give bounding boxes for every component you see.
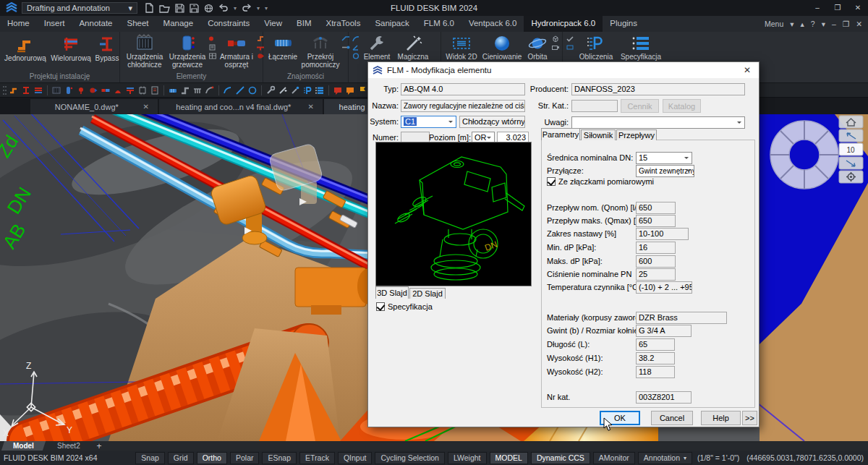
tag-small-icon[interactable] xyxy=(566,44,574,51)
statusbar-toggle-esnap[interactable]: ESnap xyxy=(262,452,297,464)
manifold-mini-icon[interactable] xyxy=(192,85,203,95)
multi-pipe-mini-icon[interactable] xyxy=(33,85,43,95)
new-file-icon[interactable] xyxy=(145,3,154,13)
tab-annotate[interactable]: Annotate xyxy=(72,16,119,32)
add-layout-button[interactable]: + xyxy=(90,441,109,451)
tab-flm[interactable]: FLM 6.0 xyxy=(417,16,461,32)
help-button[interactable]: Help xyxy=(701,411,741,425)
camera-small-icon[interactable] xyxy=(551,44,560,51)
tab-sheet[interactable]: Sheet xyxy=(120,16,156,32)
publish-icon[interactable] xyxy=(204,4,213,13)
chip-mini-icon[interactable] xyxy=(137,85,148,95)
doc-close-icon[interactable]: ✕ xyxy=(856,20,862,28)
open-file-icon[interactable] xyxy=(159,4,170,13)
probe-mini-icon[interactable] xyxy=(290,85,300,95)
redline-mini-icon[interactable] xyxy=(333,85,343,95)
save-as-icon[interactable] xyxy=(190,4,199,13)
statusbar-toggle-amonitor[interactable]: AMonitor xyxy=(593,452,635,464)
pipe-corner-mini-icon[interactable] xyxy=(180,85,190,95)
preview-tab-2d[interactable]: 2D Slajd xyxy=(409,288,446,299)
tab-hydronicpack[interactable]: Hydronicpack 6.0 xyxy=(524,16,603,32)
help-icon[interactable]: ? xyxy=(811,20,815,28)
single-pipe-button[interactable]: Jednorurową xyxy=(2,33,48,72)
minimize-button[interactable]: – xyxy=(807,0,827,16)
strkat-field[interactable] xyxy=(571,100,618,112)
ok-button[interactable]: OK xyxy=(600,411,640,425)
cooling-mini-icon[interactable] xyxy=(51,85,61,95)
statusbar-toggle-qinput[interactable]: QInput xyxy=(338,452,373,464)
doc-minimize-icon[interactable]: – xyxy=(832,20,836,28)
system-combo[interactable]: C1 xyxy=(401,116,456,128)
doc-restore-icon[interactable]: ❐ xyxy=(843,20,849,28)
valve-mini-icon[interactable] xyxy=(76,85,86,95)
toolbar-options-icon[interactable]: ▾ xyxy=(265,5,268,12)
statusbar-toggle-cycling[interactable]: Cycling Selection xyxy=(375,452,445,464)
menu-dropdown-icon[interactable]: ▾ xyxy=(790,20,793,28)
single-pipe-mini-icon[interactable] xyxy=(9,85,19,95)
bypass-mini-icon[interactable] xyxy=(21,85,31,95)
przylacze-combo[interactable]: Gwint zewnętrzny xyxy=(636,165,694,177)
heater-mini-icon[interactable] xyxy=(64,85,74,95)
undo-icon[interactable] xyxy=(218,4,229,12)
aux-section-button[interactable]: Przekrój pomocniczy xyxy=(300,33,341,72)
statusbar-toggle-model[interactable]: MODEL xyxy=(490,452,528,464)
drawing-tab-noname[interactable]: NONAME_0.dwg* ✕ xyxy=(30,99,158,114)
boiler-mini-icon[interactable] xyxy=(113,85,123,95)
tab-bim[interactable]: BIM xyxy=(289,16,318,32)
layout-tab-model[interactable]: Model xyxy=(1,441,46,451)
line-blue-mini-icon[interactable] xyxy=(235,85,245,95)
uwagi-combo[interactable] xyxy=(571,116,745,129)
tab-close-icon[interactable]: ✕ xyxy=(308,103,314,111)
redo-icon[interactable] xyxy=(242,4,252,12)
tab-view[interactable]: View xyxy=(257,16,289,32)
connect-button[interactable]: Łączenie xyxy=(265,33,300,72)
clipboard-small-icon[interactable] xyxy=(208,44,217,51)
drawing-tab-final[interactable]: heating and coo...n v4 final.dwg* ✕ xyxy=(159,99,323,114)
tab-ventpack[interactable]: Ventpack 6.0 xyxy=(461,16,524,32)
doc-mini-icon[interactable] xyxy=(150,85,160,95)
bypass-button[interactable]: Bypass xyxy=(93,33,121,72)
redo-dropdown-icon[interactable]: ▾ xyxy=(257,5,260,12)
arc-tool-mini-icon[interactable] xyxy=(205,85,215,95)
tab-constraints[interactable]: Constraints xyxy=(200,16,257,32)
statusbar-toggle-dynamic-ccs[interactable]: Dynamic CCS xyxy=(531,452,590,464)
tab-home[interactable]: Home xyxy=(0,16,37,32)
circle-blue-mini-icon[interactable] xyxy=(247,85,258,95)
check-small-icon[interactable] xyxy=(566,35,574,42)
tab-sanipack[interactable]: Sanipack xyxy=(367,16,416,32)
dn-combo[interactable]: 15 xyxy=(636,152,692,164)
tab-close-icon[interactable]: ✕ xyxy=(143,103,149,111)
layout-tab-sheet2[interactable]: Sheet2 xyxy=(46,441,92,451)
markup-mini-icon[interactable] xyxy=(345,85,355,95)
fittings-button[interactable]: Armatura i osprzęt xyxy=(218,33,255,72)
circle-small-icon[interactable] xyxy=(352,53,360,59)
tab-plugins[interactable]: Plugins xyxy=(603,16,644,32)
tab-manage[interactable]: Manage xyxy=(156,16,201,32)
undo-dropdown-icon[interactable]: ▾ xyxy=(234,5,237,12)
cube-small-icon[interactable] xyxy=(551,35,560,42)
tab-przeplywy[interactable]: Przepływy xyxy=(616,129,657,140)
grip-handle-icon[interactable] xyxy=(2,85,7,95)
zlaczki-checkbox[interactable]: Ze złączkami pomiarowymi xyxy=(547,176,654,187)
tab-xtratools[interactable]: XtraTools xyxy=(318,16,367,32)
statusbar-toggle-polar[interactable]: Polar xyxy=(230,452,260,464)
element-preview[interactable]: DN xyxy=(375,142,532,286)
spec-mini-icon[interactable] xyxy=(315,85,325,95)
restore-button[interactable]: ❐ xyxy=(827,0,848,16)
arc-small-icon[interactable] xyxy=(352,35,360,42)
tab-parametry[interactable]: Parametry xyxy=(541,128,580,140)
statusbar-toggle-snap[interactable]: Snap xyxy=(135,452,165,464)
table-small-icon[interactable] xyxy=(208,53,217,59)
specyfikacja-checkbox[interactable]: Specyfikacja xyxy=(376,302,433,312)
multi-pipe-button[interactable]: Wielorurową xyxy=(48,33,93,72)
cylinder-mini-icon[interactable] xyxy=(168,85,178,95)
katalog-button[interactable]: Katalog xyxy=(663,99,701,113)
wand-mini-icon[interactable] xyxy=(278,85,288,95)
dialog-titlebar[interactable]: FLM - Modyfikacja elementu ✕ xyxy=(368,62,759,78)
wrench-mini-icon[interactable] xyxy=(265,85,276,95)
statusbar-toggle-etrack[interactable]: ETrack xyxy=(299,452,335,464)
fitting-mini-icon[interactable] xyxy=(101,85,111,95)
calc-mini-icon[interactable] xyxy=(302,85,312,95)
help-dropdown-icon[interactable]: ▾ xyxy=(822,20,825,28)
heating-devices-button[interactable]: Urządzenia grzewcze xyxy=(167,33,208,72)
